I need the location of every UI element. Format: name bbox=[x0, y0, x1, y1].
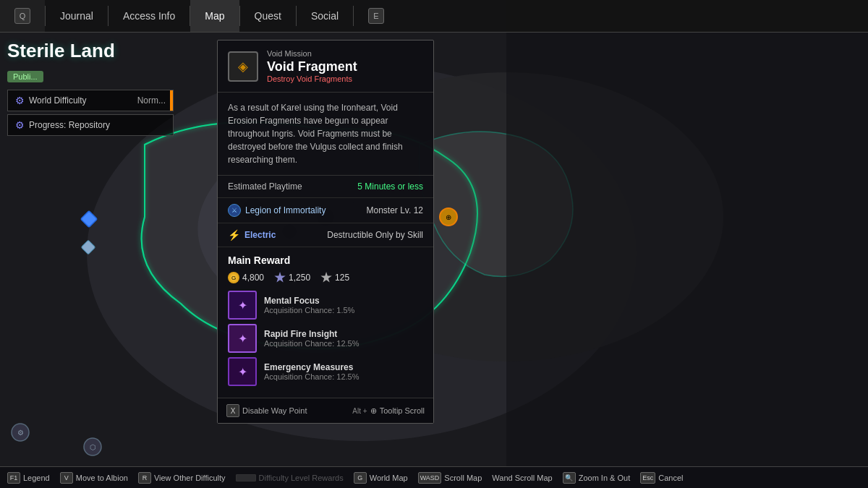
faction-row: ⚔ Legion of Immortality Monster Lv. 12 bbox=[218, 198, 433, 223]
scroll-item: WASD Scroll Map bbox=[418, 472, 482, 484]
public-badge: Publi... bbox=[7, 71, 43, 82]
playtime-value: 5 Minutes or less bbox=[357, 181, 423, 192]
reward-chance-1: Acquisition Chance: 1.5% bbox=[264, 306, 354, 314]
reward-chance-3: Acquisition Chance: 12.5% bbox=[264, 372, 359, 381]
reward-item-1: ✦ Mental Focus Acquisition Chance: 1.5% bbox=[228, 291, 423, 320]
purple-currency: 1,250 bbox=[274, 272, 310, 283]
reward-icon-1: ✦ bbox=[228, 291, 257, 320]
legend-label: Legend bbox=[23, 474, 50, 482]
legend-key: F1 bbox=[7, 472, 20, 484]
rewards-label: Difficulty Level Rewards bbox=[259, 474, 344, 482]
nav-map[interactable]: Map bbox=[190, 0, 239, 32]
zoom-item: 🔍 Zoom In & Out bbox=[563, 472, 631, 484]
top-navigation: Q Journal Access Info Map Quest Social E bbox=[0, 0, 868, 33]
q-key-badge: Q bbox=[14, 8, 30, 24]
mission-icon: ◈ bbox=[228, 51, 258, 82]
albion-label: Move to Albion bbox=[76, 474, 128, 482]
zoom-key: 🔍 bbox=[563, 472, 576, 484]
mission-panel: ◈ Void Mission Void Fragment Destroy Voi… bbox=[217, 40, 434, 424]
nav-journal[interactable]: Journal bbox=[46, 0, 108, 32]
monster-level: Monster Lv. 12 bbox=[367, 205, 423, 215]
worldmap-key: G bbox=[354, 472, 367, 484]
reward-name-2: Rapid Fire Insight bbox=[264, 329, 359, 339]
svg-rect-14 bbox=[506, 0, 868, 488]
tooltip-scroll-icon: ⊕ bbox=[370, 406, 377, 416]
reward-info-3: Emergency Measures Acquisition Chance: 1… bbox=[264, 362, 359, 381]
reward-item-2: ✦ Rapid Fire Insight Acquisition Chance:… bbox=[228, 324, 423, 353]
albion-item[interactable]: V Move to Albion bbox=[60, 472, 128, 484]
difficulty-icon: ⚙ bbox=[15, 95, 25, 106]
worldmap-label: World Map bbox=[370, 474, 408, 482]
faction-icon: ⚔ bbox=[228, 204, 241, 217]
nav-social[interactable]: Social bbox=[297, 0, 353, 32]
gray-amount: 125 bbox=[335, 273, 349, 283]
albion-key: V bbox=[60, 472, 73, 484]
tooltip-scroll-keys: Alt + bbox=[352, 407, 367, 415]
reward-chance-2: Acquisition Chance: 12.5% bbox=[264, 339, 359, 348]
element-icon: ⚡ bbox=[228, 229, 240, 241]
cancel-label: Cancel bbox=[658, 474, 683, 482]
progress-row: ⚙ Progress: Repository bbox=[7, 114, 174, 136]
svg-text:⬡: ⬡ bbox=[90, 443, 96, 451]
reward-info-2: Rapid Fire Insight Acquisition Chance: 1… bbox=[264, 329, 359, 348]
scroll-key: WASD bbox=[418, 472, 442, 484]
rewards-key bbox=[236, 474, 256, 481]
rewards-section: Main Reward G 4,800 1,250 125 ✦ Mental F… bbox=[218, 247, 433, 398]
worldmap-item[interactable]: G World Map bbox=[354, 472, 408, 484]
bottom-bar: F1 Legend V Move to Albion R View Other … bbox=[0, 466, 868, 488]
playtime-label: Estimated Playtime bbox=[228, 181, 302, 192]
difficulty-label: View Other Difficulty bbox=[154, 474, 226, 482]
mission-type: Void Mission bbox=[267, 49, 357, 58]
progress-label: Progress: Repository bbox=[29, 120, 110, 130]
sidebar: Sterile Land Publi... ⚙ World Difficulty… bbox=[0, 33, 181, 146]
faction-name: Legion of Immortality bbox=[245, 205, 326, 215]
purple-amount: 1,250 bbox=[289, 273, 310, 283]
difficulty-label: World Difficulty bbox=[29, 95, 87, 106]
reward-icon-3: ✦ bbox=[228, 357, 257, 386]
rewards-title: Main Reward bbox=[228, 254, 423, 266]
purple-gear-icon bbox=[274, 272, 286, 283]
disable-waypoint-key: X bbox=[226, 404, 239, 417]
playtime-row: Estimated Playtime 5 Minutes or less bbox=[218, 176, 433, 198]
nav-key-e[interactable]: E bbox=[354, 0, 399, 32]
cancel-item[interactable]: Esc Cancel bbox=[640, 472, 683, 484]
tooltip-scroll-btn[interactable]: Alt + ⊕ Tooltip Scroll bbox=[352, 406, 425, 416]
difficulty-item[interactable]: R View Other Difficulty bbox=[138, 472, 226, 484]
element-desc: Destructible Only by Skill bbox=[327, 230, 423, 240]
gray-currency: 125 bbox=[320, 272, 349, 283]
nav-key-q[interactable]: Q bbox=[0, 0, 45, 32]
currency-row: G 4,800 1,250 125 bbox=[228, 272, 423, 283]
reward-icon-2: ✦ bbox=[228, 324, 257, 353]
wand-scroll-label: Wand Scroll Map bbox=[492, 474, 552, 482]
rewards-item: Difficulty Level Rewards bbox=[236, 474, 344, 482]
nav-access-info[interactable]: Access Info bbox=[109, 0, 190, 32]
mission-header: ◈ Void Mission Void Fragment Destroy Voi… bbox=[218, 40, 433, 93]
gold-icon: G bbox=[228, 272, 239, 283]
gray-gear-icon bbox=[320, 272, 332, 283]
e-key-badge: E bbox=[368, 8, 384, 24]
svg-text:⚙: ⚙ bbox=[17, 429, 24, 437]
reward-info-1: Mental Focus Acquisition Chance: 1.5% bbox=[264, 296, 354, 314]
mission-name: Void Fragment bbox=[267, 59, 357, 74]
difficulty-key: R bbox=[138, 472, 151, 484]
svg-text:⊕: ⊕ bbox=[446, 213, 451, 221]
reward-name-3: Emergency Measures bbox=[264, 362, 359, 372]
gold-amount: 4,800 bbox=[242, 273, 264, 283]
cancel-key: Esc bbox=[640, 472, 655, 484]
element-name: Electric bbox=[244, 230, 276, 240]
zoom-label: Zoom In & Out bbox=[579, 474, 631, 482]
scroll-label: Scroll Map bbox=[444, 474, 482, 482]
tooltip-scroll-label: Tooltip Scroll bbox=[380, 406, 425, 415]
world-difficulty-row: ⚙ World Difficulty Norm... bbox=[7, 90, 174, 111]
mission-description: As a result of Karel using the Ironheart… bbox=[218, 93, 433, 176]
nav-quest[interactable]: Quest bbox=[240, 0, 296, 32]
gold-currency: G 4,800 bbox=[228, 272, 264, 283]
difficulty-bar bbox=[170, 90, 173, 111]
mission-title-block: Void Mission Void Fragment Destroy Void … bbox=[267, 49, 357, 83]
mission-subtitle: Destroy Void Fragments bbox=[267, 74, 357, 83]
progress-icon: ⚙ bbox=[15, 119, 25, 131]
reward-item-3: ✦ Emergency Measures Acquisition Chance:… bbox=[228, 357, 423, 386]
disable-waypoint-btn[interactable]: X Disable Way Point bbox=[226, 404, 307, 417]
disable-waypoint-label: Disable Way Point bbox=[242, 406, 307, 415]
area-title: Sterile Land bbox=[7, 40, 174, 62]
